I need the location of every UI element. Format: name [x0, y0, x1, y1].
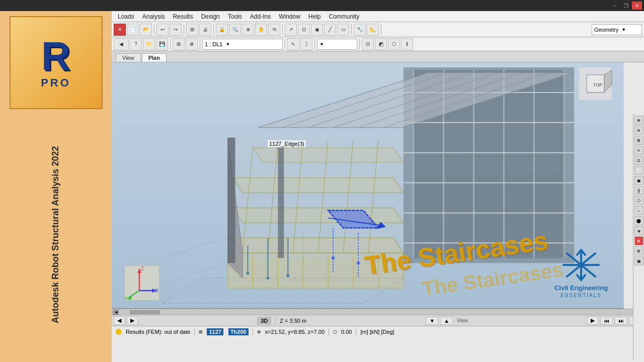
- right-tool-4[interactable]: ≡: [634, 146, 643, 155]
- svg-point-56: [357, 261, 360, 264]
- info-button[interactable]: ℹ: [401, 38, 413, 50]
- scroll-left-button[interactable]: ◀: [113, 310, 119, 315]
- right-tool-15[interactable]: ▦: [634, 256, 643, 265]
- right-tool-14[interactable]: ⊞: [634, 246, 643, 255]
- navigation-back-button[interactable]: ◀: [114, 316, 125, 325]
- axis-button[interactable]: ⊕: [186, 38, 198, 50]
- right-tool-8[interactable]: ╫: [634, 186, 643, 195]
- tab-plan[interactable]: Plan: [142, 53, 167, 62]
- cursor-button[interactable]: ↖: [287, 38, 299, 50]
- right-tool-3[interactable]: ⊞: [634, 136, 643, 145]
- right-tool-1[interactable]: ⊕: [634, 116, 643, 125]
- snap-button[interactable]: ⌶: [300, 38, 312, 50]
- navigation-forward-button[interactable]: ▶: [127, 316, 138, 325]
- menu-tools[interactable]: Tools: [224, 12, 246, 21]
- ce-logo: Civil Engineering ESSENTIALS: [548, 247, 614, 298]
- frame-back-button[interactable]: ⏮: [600, 317, 613, 325]
- panel-button[interactable]: ▭: [337, 24, 349, 36]
- svg-text:Y: Y: [124, 296, 128, 302]
- folder-open-button[interactable]: 📁: [143, 38, 155, 50]
- logo-letter: R: [41, 36, 70, 76]
- title-bar: − ❐ ✕: [0, 0, 644, 11]
- statusbar: Results (FEM): out of date ⊞ 1127 Th200 …: [112, 326, 644, 337]
- geometry-dropdown[interactable]: Geometry ▼: [592, 24, 642, 35]
- menu-window[interactable]: Window: [275, 12, 304, 21]
- redo-button[interactable]: ↪: [170, 24, 182, 36]
- frame-forward-button[interactable]: ⏭: [615, 317, 627, 325]
- menu-loads[interactable]: Loads: [114, 12, 138, 21]
- scroll-thumb[interactable]: [130, 310, 160, 314]
- cancel-button[interactable]: ✕: [114, 24, 126, 36]
- horizontal-scrollbar[interactable]: ◀ ▶: [112, 309, 644, 315]
- toolbar-separator: [351, 24, 352, 35]
- restore-button[interactable]: ❐: [621, 2, 631, 10]
- right-tool-10[interactable]: ○: [634, 206, 643, 215]
- bar-button[interactable]: ╱: [324, 24, 336, 36]
- toolbar-separator: [381, 24, 381, 35]
- status-separator: [194, 328, 195, 335]
- menu-analysis[interactable]: Analysis: [138, 12, 169, 21]
- close-button[interactable]: ✕: [632, 2, 642, 10]
- right-tool-2[interactable]: ⊖: [634, 126, 643, 135]
- svg-point-52: [246, 272, 249, 275]
- pan-button[interactable]: ✋: [255, 24, 267, 36]
- open-button[interactable]: 📂: [140, 24, 152, 36]
- right-tool-12[interactable]: ◈: [634, 226, 643, 235]
- coordinate-axis: Z X Y: [122, 263, 162, 303]
- lock-button[interactable]: 🔒: [216, 24, 228, 36]
- node-button[interactable]: ◉: [311, 24, 323, 36]
- grid-button[interactable]: ⊞: [173, 38, 185, 50]
- 3d-viewport[interactable]: TOP 1127_Edge(3) The Staircases The Stai…: [112, 62, 624, 309]
- zoom-in-button[interactable]: ⊕: [242, 24, 254, 36]
- toolbar-separator: [154, 24, 154, 35]
- rotate-button[interactable]: ⟲: [268, 24, 280, 36]
- right-tool-5[interactable]: ⊡: [634, 156, 643, 165]
- minimize-button[interactable]: −: [610, 2, 620, 10]
- view-tabs: View Plan: [112, 51, 644, 62]
- tab-view[interactable]: View: [116, 53, 141, 62]
- save-button[interactable]: 💾: [156, 38, 168, 50]
- play-button[interactable]: ▶: [587, 316, 598, 325]
- table-button[interactable]: ⊞: [186, 24, 198, 36]
- menu-addins[interactable]: Add-Ins: [246, 12, 275, 21]
- element-button[interactable]: ⊡: [298, 24, 310, 36]
- right-tool-9[interactable]: ⬡: [634, 196, 643, 205]
- section-dropdown[interactable]: ▼: [317, 39, 357, 50]
- toolbar-secondary: ◀ ? 📁 💾 ⊞ ⊕ 1 : DL1 ▼ ↖ ⌶ ▼ ⊡ ◩ ⬡ ℹ: [112, 37, 644, 51]
- right-tool-7[interactable]: ▣: [634, 176, 643, 185]
- dimension-button[interactable]: 📐: [367, 24, 379, 36]
- z-separator: [275, 317, 276, 325]
- render-button[interactable]: ◩: [375, 38, 387, 50]
- right-tool-13[interactable]: ⊠: [634, 236, 643, 245]
- edge-label: 1127_Edge(3): [268, 140, 306, 147]
- zoom-button[interactable]: 🔍: [229, 24, 241, 36]
- display-button[interactable]: ⊡: [362, 38, 374, 50]
- value-icon: ⬡: [333, 329, 337, 334]
- help-button[interactable]: ?: [130, 38, 142, 50]
- select-button[interactable]: ↗: [285, 24, 297, 36]
- menu-help[interactable]: Help: [304, 12, 325, 21]
- right-tool-11[interactable]: ⬤: [634, 216, 643, 225]
- new-button[interactable]: 📄: [127, 24, 139, 36]
- mode-3d-button[interactable]: 3D: [257, 317, 271, 325]
- back-button[interactable]: ◀: [114, 38, 129, 50]
- menu-community[interactable]: Community: [325, 12, 364, 21]
- wrench-button[interactable]: 🔧: [354, 24, 366, 36]
- svg-rect-40: [228, 138, 235, 263]
- z-decrease-button[interactable]: ▼: [426, 317, 438, 325]
- status-separator: [253, 328, 253, 335]
- toolbar-separator: [314, 39, 315, 50]
- view3d-button[interactable]: ⬡: [388, 38, 400, 50]
- load-combo-dropdown[interactable]: 1 : DL1 ▼: [202, 39, 283, 50]
- toolbar-main: ✕ 📄 📂 ↩ ↪ ⊞ 🖨 🔒 🔍 ⊕ ✋ ⟲ ↗ ⊡ ◉ ╱ ▭ 🔧 📐 Ge…: [112, 22, 644, 37]
- menu-design[interactable]: Design: [197, 12, 223, 21]
- svg-rect-41: [278, 148, 284, 258]
- right-tool-6[interactable]: ⬜: [634, 166, 643, 175]
- undo-button[interactable]: ↩: [156, 24, 169, 36]
- z-increase-button[interactable]: ▲: [440, 317, 453, 325]
- coord-icon: ⊕: [257, 329, 261, 334]
- menu-results[interactable]: Results: [169, 12, 197, 21]
- print-button[interactable]: 🖨: [199, 24, 211, 36]
- toolbar-separator: [359, 39, 360, 50]
- ce-essentials-label: ESSENTIALS: [548, 293, 614, 298]
